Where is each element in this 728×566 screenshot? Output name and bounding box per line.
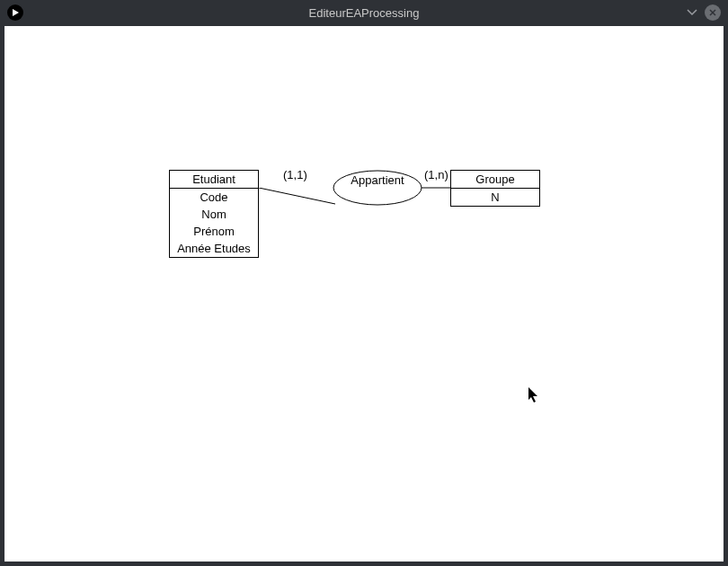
entity-attribute: Prénom: [170, 223, 258, 240]
cardinality-right: (1,n): [424, 168, 448, 181]
minimize-button[interactable]: [685, 5, 699, 20]
diagram-canvas[interactable]: Etudiant Code Nom Prénom Année Etudes Gr…: [4, 26, 724, 562]
close-button[interactable]: [705, 4, 721, 21]
svg-marker-0: [13, 9, 19, 16]
mouse-cursor-icon: [528, 387, 541, 403]
entity-attributes: N: [450, 189, 540, 207]
play-icon: [11, 8, 20, 17]
svg-marker-6: [528, 387, 537, 402]
entity-attribute: Nom: [170, 206, 258, 223]
play-button[interactable]: [7, 4, 23, 21]
connector-right: [420, 186, 451, 190]
entity-attribute: Code: [170, 189, 258, 206]
cardinality-left: (1,1): [283, 168, 307, 181]
entity-header: Groupe: [450, 170, 540, 189]
entity-attribute: Année Etudes: [170, 240, 258, 257]
relationship-appartient[interactable]: Appartient: [333, 170, 422, 206]
entity-attributes: Code Nom Prénom Année Etudes: [169, 189, 259, 258]
svg-line-3: [259, 188, 335, 204]
connector-left: [259, 188, 335, 215]
entity-attribute: N: [451, 189, 539, 206]
window-titlebar: EditeurEAProcessing: [0, 0, 728, 26]
relationship-label: Appartient: [333, 170, 422, 206]
window-title: EditeurEAProcessing: [309, 6, 420, 20]
chevron-down-icon: [687, 9, 697, 16]
entity-groupe[interactable]: Groupe N: [450, 170, 540, 207]
close-icon: [708, 8, 717, 17]
entity-header: Etudiant: [169, 170, 259, 189]
entity-etudiant[interactable]: Etudiant Code Nom Prénom Année Etudes: [169, 170, 259, 258]
